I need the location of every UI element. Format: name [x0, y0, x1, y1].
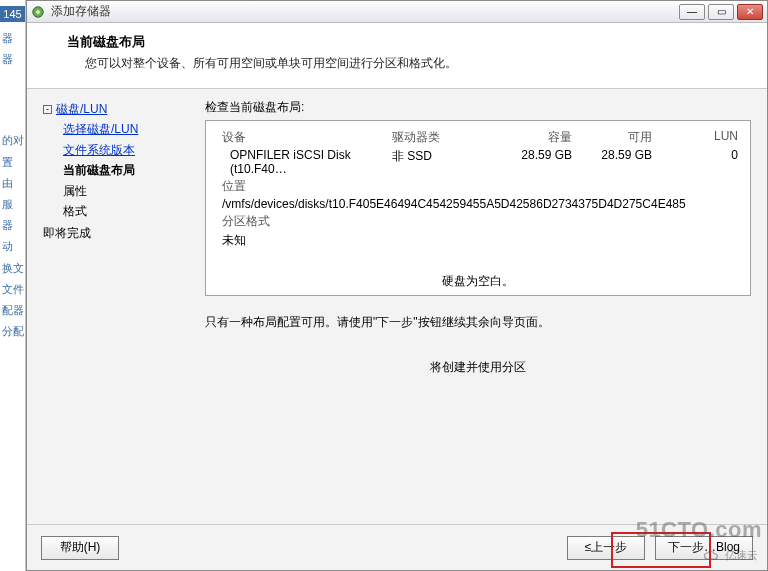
nav-format: 格式 [43, 201, 193, 221]
left-strip-item: 器 [0, 28, 25, 49]
left-strip-item: 器 [0, 215, 25, 236]
maximize-button[interactable]: ▭ [708, 4, 734, 20]
left-strip-item: 配器 [0, 300, 25, 321]
disk-layout-panel: 设备 驱动器类 容量 可用 LUN OPNFILER iSCSI Disk (t… [205, 120, 751, 296]
left-strip-item: 动 [0, 236, 25, 257]
collapse-icon[interactable]: - [43, 105, 52, 114]
nav-select-disk[interactable]: 选择磁盘/LUN [63, 122, 138, 136]
vsphere-icon [31, 5, 45, 19]
left-strip-item: 换文 [0, 258, 25, 279]
nav-properties: 属性 [43, 181, 193, 201]
table-header: 设备 驱动器类 容量 可用 LUN [212, 129, 744, 148]
left-strip-badge: 145 [0, 6, 25, 22]
wizard-title: 当前磁盘布局 [67, 33, 727, 51]
col-available: 可用 [572, 129, 652, 146]
next-button[interactable]: 下一步…Blog [655, 536, 753, 560]
back-button[interactable]: ≤上一步 [567, 536, 645, 560]
window-title: 添加存储器 [51, 3, 111, 20]
location-value: /vmfs/devices/disks/t10.F405E46494C45425… [222, 197, 686, 211]
table-row: OPNFILER iSCSI Disk (t10.F40… 非 SSD 28.5… [212, 148, 744, 176]
left-strip-item: 器 [0, 49, 25, 70]
col-drive-type: 驱动器类 [392, 129, 492, 146]
wizard-footer: 帮助(H) ≤上一步 下一步…Blog [27, 524, 767, 570]
background-page-strip: 145 器 器 的对 置 由 服 器 动 换文 文件 配器 分配 [0, 0, 26, 571]
left-strip-item: 文件 [0, 279, 25, 300]
left-strip-item: 的对 [0, 130, 25, 151]
wizard-subtitle: 您可以对整个设备、所有可用空间或单块可用空间进行分区和格式化。 [67, 55, 727, 72]
nav-ready: 即将完成 [43, 223, 193, 243]
col-device: 设备 [212, 129, 392, 146]
wizard-nav: - 磁盘/LUN 选择磁盘/LUN 文件系统版本 当前磁盘布局 属性 格式 即将… [43, 99, 193, 524]
cell-lun: 0 [652, 148, 744, 176]
location-label: 位置 [222, 179, 246, 193]
cell-device: OPNFILER iSCSI Disk (t10.F40… [212, 148, 392, 176]
disk-blank-note: 硬盘为空白。 [212, 273, 744, 290]
nav-fs-version[interactable]: 文件系统版本 [63, 143, 135, 157]
left-strip-item: 由 [0, 173, 25, 194]
add-storage-dialog: 添加存储器 — ▭ ✕ 当前磁盘布局 您可以对整个设备、所有可用空间或单块可用空… [26, 0, 768, 571]
section-label: 检查当前磁盘布局: [205, 99, 751, 116]
wizard-content: 检查当前磁盘布局: 设备 驱动器类 容量 可用 LUN OPNFILER iSC… [205, 99, 751, 524]
cell-capacity: 28.59 GB [492, 148, 572, 176]
single-layout-note: 只有一种布局配置可用。请使用"下一步"按钮继续其余向导页面。 [205, 314, 751, 331]
partition-format-value: 未知 [222, 233, 246, 247]
create-partition-note: 将创建并使用分区 [205, 359, 751, 376]
col-lun: LUN [652, 129, 744, 146]
wizard-body: - 磁盘/LUN 选择磁盘/LUN 文件系统版本 当前磁盘布局 属性 格式 即将… [27, 89, 767, 524]
nav-disk-lun[interactable]: 磁盘/LUN [56, 99, 107, 119]
minimize-button[interactable]: — [679, 4, 705, 20]
col-capacity: 容量 [492, 129, 572, 146]
titlebar: 添加存储器 — ▭ ✕ [27, 1, 767, 23]
partition-format-label: 分区格式 [222, 214, 270, 228]
left-strip-item: 服 [0, 194, 25, 215]
cell-drive-type: 非 SSD [392, 148, 492, 176]
wizard-header: 当前磁盘布局 您可以对整个设备、所有可用空间或单块可用空间进行分区和格式化。 [27, 23, 767, 89]
cell-available: 28.59 GB [572, 148, 652, 176]
help-button[interactable]: 帮助(H) [41, 536, 119, 560]
left-strip-item: 置 [0, 152, 25, 173]
left-strip-item: 分配 [0, 321, 25, 342]
close-button[interactable]: ✕ [737, 4, 763, 20]
nav-current-layout: 当前磁盘布局 [43, 160, 193, 180]
